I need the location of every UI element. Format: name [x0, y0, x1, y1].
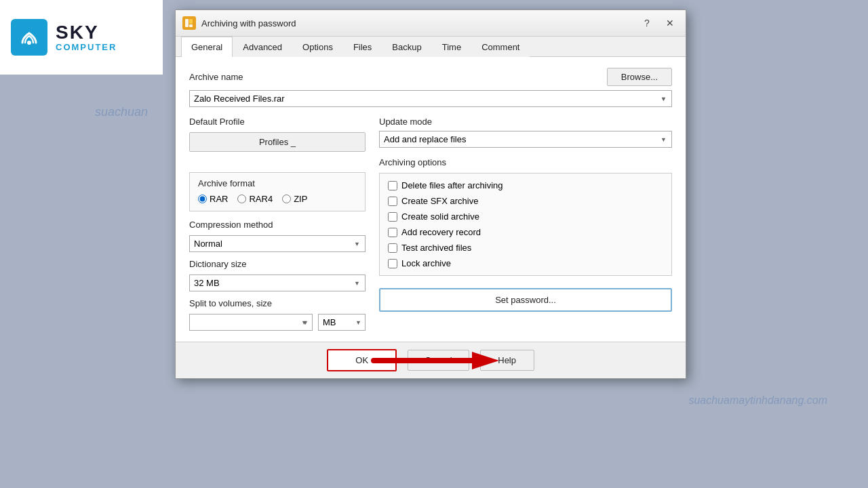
dialog-footer: OK Cancel Help — [176, 342, 686, 378]
profiles-button[interactable]: Profiles _ — [189, 132, 366, 152]
update-mode-label: Update mode — [379, 117, 672, 127]
compression-select[interactable]: Normal Store Fastest Fast Good Best — [189, 235, 366, 252]
ok-button[interactable]: OK — [327, 349, 397, 371]
main-columns: Default Profile Profiles _ Archive forma… — [189, 117, 672, 331]
tab-options[interactable]: Options — [292, 37, 343, 57]
checkbox-solid[interactable]: Create solid archive — [388, 211, 663, 222]
checkbox-lock-input[interactable] — [388, 259, 397, 268]
help-button[interactable]: Help — [480, 350, 534, 371]
titlebar: Archiving with password ? ✕ — [176, 10, 686, 37]
checkbox-delete-files-input[interactable] — [388, 181, 397, 190]
split-block: Split to volumes, size ▼ MB B KB GB — [189, 298, 366, 331]
split-unit-wrapper: MB B KB GB — [318, 314, 366, 331]
update-mode-select[interactable]: Add and replace files Update and add fil… — [379, 131, 672, 148]
archive-name-label: Archive name — [189, 72, 243, 82]
checkbox-recovery-input[interactable] — [388, 228, 397, 237]
logo-area: SKY COMPUTER — [0, 0, 163, 75]
format-zip-label: ZIP — [294, 194, 307, 204]
format-rar4[interactable]: RAR4 — [237, 194, 273, 204]
compression-wrapper: Normal Store Fastest Fast Good Best — [189, 235, 366, 252]
archive-format-box: Archive format RAR RAR4 ZIP — [189, 172, 366, 211]
checkbox-recovery-label: Add recovery record — [401, 227, 481, 237]
split-value-wrapper: ▼ — [189, 314, 313, 331]
checkbox-delete-files-label: Delete files after archiving — [401, 180, 503, 190]
checkbox-test-label: Test archived files — [401, 243, 471, 253]
tabbar: General Advanced Options Files Backup Ti… — [176, 37, 686, 57]
checkbox-lock-label: Lock archive — [401, 258, 451, 268]
checkbox-test[interactable]: Test archived files — [388, 243, 663, 253]
archiving-options-label: Archiving options — [379, 157, 672, 167]
format-rar-label: RAR — [210, 194, 228, 204]
tab-backup[interactable]: Backup — [382, 37, 431, 57]
checkbox-solid-input[interactable] — [388, 212, 397, 222]
default-profile-label: Default Profile — [189, 117, 366, 127]
format-zip[interactable]: ZIP — [282, 194, 307, 204]
format-rar4-label: RAR4 — [249, 194, 273, 204]
split-unit-select[interactable]: MB B KB GB — [318, 314, 366, 331]
dialog-body: Archive name Browse... ▼ Default Profile… — [176, 57, 686, 342]
svg-rect-2 — [185, 19, 189, 27]
logo-text: SKY COMPUTER — [56, 23, 117, 52]
browse-button[interactable]: Browse... — [607, 68, 672, 86]
compression-label: Compression method — [189, 220, 366, 230]
split-label: Split to volumes, size — [189, 298, 366, 308]
cancel-button[interactable]: Cancel — [408, 350, 469, 371]
svg-point-1 — [27, 41, 31, 45]
checkbox-create-sfx-input[interactable] — [388, 197, 397, 206]
svg-rect-3 — [189, 19, 193, 24]
checkbox-create-sfx[interactable]: Create SFX archive — [388, 196, 663, 206]
dict-wrapper: 32 MB 128 KB 256 KB 512 KB 1 MB 2 MB 4 M… — [189, 274, 366, 291]
checkbox-delete-files[interactable]: Delete files after archiving — [388, 180, 663, 190]
split-value-input[interactable] — [189, 314, 313, 331]
checkbox-recovery[interactable]: Add recovery record — [388, 227, 663, 237]
archiving-options-group: Delete files after archiving Create SFX … — [379, 173, 672, 276]
dialog-title: Archiving with password — [201, 18, 633, 28]
help-title-button[interactable]: ? — [638, 16, 656, 30]
close-button[interactable]: ✕ — [661, 16, 679, 30]
dict-label: Dictionary size — [189, 259, 366, 269]
dict-block: Dictionary size 32 MB 128 KB 256 KB 512 … — [189, 259, 366, 291]
tab-comment[interactable]: Comment — [471, 37, 530, 57]
checkbox-test-input[interactable] — [388, 243, 397, 253]
archive-format-label: Archive format — [198, 178, 357, 188]
left-column: Default Profile Profiles _ Archive forma… — [189, 117, 366, 331]
svg-rect-4 — [189, 24, 193, 27]
tab-advanced[interactable]: Advanced — [233, 37, 292, 57]
format-rar[interactable]: RAR — [198, 194, 228, 204]
checkbox-create-sfx-label: Create SFX archive — [401, 196, 478, 206]
update-mode-wrapper: Add and replace files Update and add fil… — [379, 131, 672, 148]
archive-name-wrapper: ▼ — [189, 90, 672, 107]
tab-general[interactable]: General — [181, 37, 233, 57]
winrar-icon — [182, 16, 196, 30]
format-rar4-radio[interactable] — [237, 195, 246, 203]
svg-rect-0 — [17, 25, 41, 49]
set-password-button[interactable]: Set password... — [379, 288, 672, 312]
tab-files[interactable]: Files — [343, 37, 382, 57]
archive-name-input[interactable] — [189, 90, 672, 107]
checkbox-solid-label: Create solid archive — [401, 211, 479, 222]
archiving-dialog: Archiving with password ? ✕ General Adva… — [175, 9, 686, 379]
right-column: Update mode Add and replace files Update… — [379, 117, 672, 331]
checkbox-lock[interactable]: Lock archive — [388, 258, 663, 268]
archive-format-group: RAR RAR4 ZIP — [198, 194, 357, 204]
format-rar-radio[interactable] — [198, 195, 207, 203]
split-row: ▼ MB B KB GB — [189, 314, 366, 331]
compression-block: Compression method Normal Store Fastest … — [189, 220, 366, 252]
dict-select[interactable]: 32 MB 128 KB 256 KB 512 KB 1 MB 2 MB 4 M… — [189, 274, 366, 291]
tab-time[interactable]: Time — [432, 37, 471, 57]
logo-icon — [11, 19, 47, 56]
logo-sky-label: SKY — [56, 23, 117, 42]
format-zip-radio[interactable] — [282, 195, 291, 203]
logo-computer-label: COMPUTER — [56, 42, 117, 52]
